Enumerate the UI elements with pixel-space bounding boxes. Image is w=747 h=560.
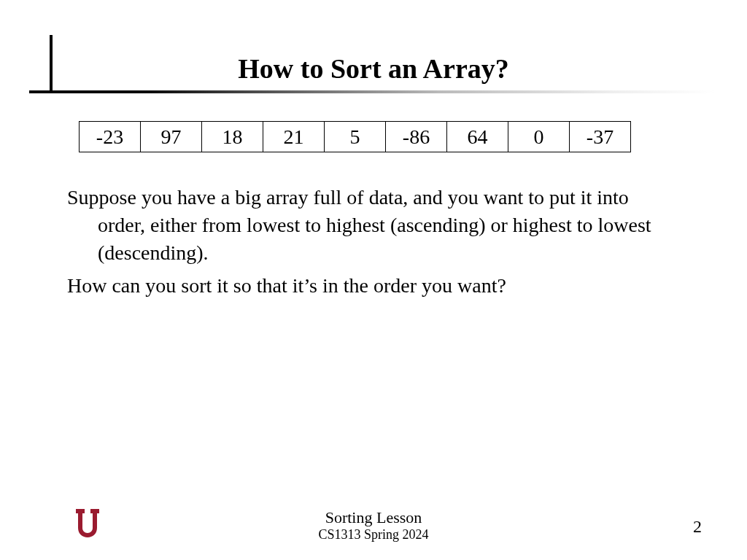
paragraph-2: How can you sort it so that it’s in the …	[67, 272, 680, 300]
array-cell: 0	[508, 122, 570, 152]
array-cell: -23	[80, 122, 141, 152]
title-horizontal-rule	[29, 90, 715, 93]
array-cell: 64	[447, 122, 508, 152]
array-cell: -37	[570, 122, 631, 152]
array-cell: 18	[202, 122, 263, 152]
array-row: -23 97 18 21 5 -86 64 0 -37	[80, 122, 631, 152]
array-cell: -86	[386, 122, 447, 152]
footer-center: Sorting Lesson CS1313 Spring 2024	[0, 508, 747, 542]
body-text: Suppose you have a big array full of dat…	[67, 184, 680, 306]
slide-title: How to Sort an Array?	[0, 52, 747, 85]
footer-title: Sorting Lesson	[0, 508, 747, 527]
array-cell: 97	[141, 122, 202, 152]
footer: Sorting Lesson CS1313 Spring 2024 2	[0, 503, 747, 547]
paragraph-1: Suppose you have a big array full of dat…	[67, 184, 680, 266]
array-table: -23 97 18 21 5 -86 64 0 -37	[79, 121, 631, 152]
array-cell: 21	[263, 122, 325, 152]
footer-subtitle: CS1313 Spring 2024	[0, 527, 747, 542]
slide: How to Sort an Array? -23 97 18 21 5 -86…	[0, 0, 747, 560]
array-cell: 5	[325, 122, 386, 152]
page-number: 2	[693, 517, 702, 537]
